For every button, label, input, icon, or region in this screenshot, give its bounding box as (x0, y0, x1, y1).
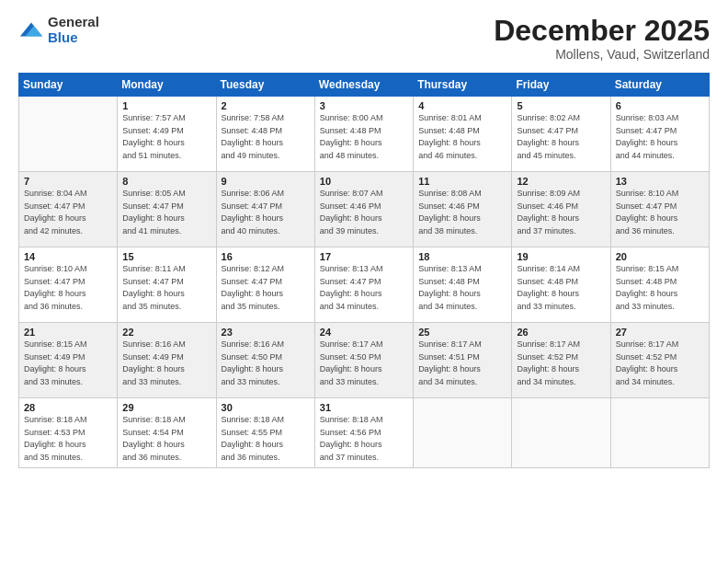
calendar-week-row: 1Sunrise: 7:57 AMSunset: 4:49 PMDaylight… (19, 97, 710, 172)
table-row: 21Sunrise: 8:15 AMSunset: 4:49 PMDayligh… (19, 323, 118, 398)
day-info: Sunrise: 8:18 AMSunset: 4:54 PMDaylight:… (122, 414, 210, 464)
table-row: 25Sunrise: 8:17 AMSunset: 4:51 PMDayligh… (414, 323, 512, 398)
day-number: 31 (320, 402, 408, 413)
logo-blue: Blue (48, 30, 99, 46)
day-number: 9 (222, 176, 310, 187)
calendar: Sunday Monday Tuesday Wednesday Thursday… (18, 73, 710, 468)
day-info: Sunrise: 8:17 AMSunset: 4:52 PMDaylight:… (616, 339, 704, 388)
day-info: Sunrise: 8:04 AMSunset: 4:47 PMDaylight:… (24, 188, 112, 237)
table-row: 27Sunrise: 8:17 AMSunset: 4:52 PMDayligh… (610, 323, 709, 398)
table-row: 28Sunrise: 8:18 AMSunset: 4:53 PMDayligh… (19, 398, 118, 468)
table-row: 31Sunrise: 8:18 AMSunset: 4:56 PMDayligh… (314, 398, 413, 468)
day-number: 13 (616, 176, 704, 187)
day-info: Sunrise: 8:02 AMSunset: 4:47 PMDaylight:… (517, 112, 605, 162)
day-info: Sunrise: 8:15 AMSunset: 4:49 PMDaylight:… (24, 339, 112, 388)
table-row: 14Sunrise: 8:10 AMSunset: 4:47 PMDayligh… (19, 247, 118, 323)
header-thursday: Thursday (414, 74, 512, 97)
day-number: 7 (24, 176, 112, 187)
header-friday: Friday (512, 74, 610, 97)
table-row: 11Sunrise: 8:08 AMSunset: 4:46 PMDayligh… (414, 172, 512, 247)
table-row (414, 398, 512, 468)
day-info: Sunrise: 8:14 AMSunset: 4:48 PMDaylight:… (517, 263, 605, 313)
table-row (19, 97, 118, 172)
day-number: 1 (122, 100, 210, 111)
day-number: 21 (24, 327, 112, 338)
day-info: Sunrise: 8:17 AMSunset: 4:52 PMDaylight:… (517, 339, 605, 388)
day-info: Sunrise: 8:08 AMSunset: 4:46 PMDaylight:… (418, 188, 506, 237)
day-info: Sunrise: 8:06 AMSunset: 4:47 PMDaylight:… (222, 188, 310, 237)
day-number: 4 (418, 100, 506, 111)
day-number: 8 (122, 176, 210, 187)
table-row: 6Sunrise: 8:03 AMSunset: 4:47 PMDaylight… (610, 97, 709, 172)
day-info: Sunrise: 8:17 AMSunset: 4:51 PMDaylight:… (418, 339, 506, 388)
table-row: 16Sunrise: 8:12 AMSunset: 4:47 PMDayligh… (216, 247, 314, 323)
weekday-header-row: Sunday Monday Tuesday Wednesday Thursday… (19, 74, 710, 97)
table-row: 26Sunrise: 8:17 AMSunset: 4:52 PMDayligh… (512, 323, 610, 398)
table-row: 2Sunrise: 7:58 AMSunset: 4:48 PMDaylight… (216, 97, 314, 172)
day-info: Sunrise: 8:13 AMSunset: 4:47 PMDaylight:… (320, 263, 408, 313)
table-row: 30Sunrise: 8:18 AMSunset: 4:55 PMDayligh… (216, 398, 314, 468)
table-row: 23Sunrise: 8:16 AMSunset: 4:50 PMDayligh… (216, 323, 314, 398)
day-info: Sunrise: 8:16 AMSunset: 4:49 PMDaylight:… (122, 339, 210, 388)
location: Mollens, Vaud, Switzerland (494, 47, 710, 62)
day-info: Sunrise: 8:18 AMSunset: 4:56 PMDaylight:… (320, 414, 408, 464)
header-wednesday: Wednesday (314, 74, 413, 97)
header-monday: Monday (118, 74, 216, 97)
table-row: 12Sunrise: 8:09 AMSunset: 4:46 PMDayligh… (512, 172, 610, 247)
day-info: Sunrise: 8:17 AMSunset: 4:50 PMDaylight:… (320, 339, 408, 388)
day-info: Sunrise: 8:16 AMSunset: 4:50 PMDaylight:… (222, 339, 310, 388)
day-number: 29 (122, 402, 210, 413)
table-row: 5Sunrise: 8:02 AMSunset: 4:47 PMDaylight… (512, 97, 610, 172)
day-number: 10 (320, 176, 408, 187)
month-title: December 2025 (494, 15, 710, 47)
day-info: Sunrise: 7:58 AMSunset: 4:48 PMDaylight:… (222, 112, 310, 162)
table-row: 13Sunrise: 8:10 AMSunset: 4:47 PMDayligh… (610, 172, 709, 247)
day-info: Sunrise: 8:12 AMSunset: 4:47 PMDaylight:… (222, 263, 310, 313)
day-info: Sunrise: 8:01 AMSunset: 4:48 PMDaylight:… (418, 112, 506, 162)
day-info: Sunrise: 8:18 AMSunset: 4:53 PMDaylight:… (24, 414, 112, 464)
header-saturday: Saturday (610, 74, 709, 97)
table-row: 19Sunrise: 8:14 AMSunset: 4:48 PMDayligh… (512, 247, 610, 323)
day-info: Sunrise: 8:10 AMSunset: 4:47 PMDaylight:… (24, 263, 112, 313)
table-row: 18Sunrise: 8:13 AMSunset: 4:48 PMDayligh… (414, 247, 512, 323)
table-row: 15Sunrise: 8:11 AMSunset: 4:47 PMDayligh… (118, 247, 216, 323)
header-sunday: Sunday (19, 74, 118, 97)
logo-icon (18, 17, 44, 43)
day-number: 26 (517, 327, 605, 338)
calendar-week-row: 28Sunrise: 8:18 AMSunset: 4:53 PMDayligh… (19, 398, 710, 468)
table-row: 9Sunrise: 8:06 AMSunset: 4:47 PMDaylight… (216, 172, 314, 247)
table-row: 29Sunrise: 8:18 AMSunset: 4:54 PMDayligh… (118, 398, 216, 468)
logo-general: General (48, 15, 99, 30)
table-row: 10Sunrise: 8:07 AMSunset: 4:46 PMDayligh… (314, 172, 413, 247)
day-number: 24 (320, 327, 408, 338)
table-row (512, 398, 610, 468)
day-number: 30 (222, 402, 310, 413)
day-info: Sunrise: 8:07 AMSunset: 4:46 PMDaylight:… (320, 188, 408, 237)
day-number: 2 (222, 100, 310, 111)
day-number: 3 (320, 100, 408, 111)
day-info: Sunrise: 8:18 AMSunset: 4:55 PMDaylight:… (222, 414, 310, 464)
day-number: 27 (616, 327, 704, 338)
day-number: 25 (418, 327, 506, 338)
table-row: 8Sunrise: 8:05 AMSunset: 4:47 PMDaylight… (118, 172, 216, 247)
day-number: 5 (517, 100, 605, 111)
day-number: 17 (320, 251, 408, 262)
logo-text: General Blue (48, 15, 99, 45)
table-row (610, 398, 709, 468)
day-info: Sunrise: 8:05 AMSunset: 4:47 PMDaylight:… (122, 188, 210, 237)
table-row: 22Sunrise: 8:16 AMSunset: 4:49 PMDayligh… (118, 323, 216, 398)
page-container: General Blue December 2025 Mollens, Vaud… (0, 0, 728, 563)
day-number: 6 (616, 100, 704, 111)
table-row: 24Sunrise: 8:17 AMSunset: 4:50 PMDayligh… (314, 323, 413, 398)
day-number: 22 (122, 327, 210, 338)
day-info: Sunrise: 8:09 AMSunset: 4:46 PMDaylight:… (517, 188, 605, 237)
day-number: 20 (616, 251, 704, 262)
day-info: Sunrise: 8:03 AMSunset: 4:47 PMDaylight:… (616, 112, 704, 162)
day-info: Sunrise: 8:00 AMSunset: 4:48 PMDaylight:… (320, 112, 408, 162)
day-number: 15 (122, 251, 210, 262)
calendar-week-row: 14Sunrise: 8:10 AMSunset: 4:47 PMDayligh… (19, 247, 710, 323)
header-tuesday: Tuesday (216, 74, 314, 97)
day-info: Sunrise: 8:15 AMSunset: 4:48 PMDaylight:… (616, 263, 704, 313)
day-number: 18 (418, 251, 506, 262)
table-row: 17Sunrise: 8:13 AMSunset: 4:47 PMDayligh… (314, 247, 413, 323)
